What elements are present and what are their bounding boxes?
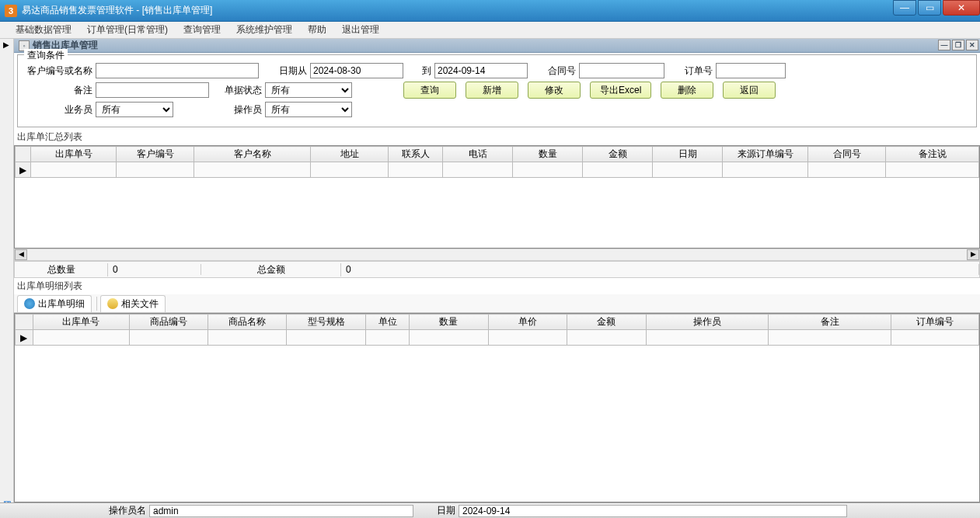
delete-button[interactable]: 删除 (661, 82, 713, 99)
total-qty-value: 0 (108, 264, 201, 275)
close-button[interactable]: ✕ (943, 0, 980, 16)
summary-grid[interactable]: 出库单号 客户编号 客户名称 地址 联系人 电话 数量 金额 日期 来源订单编号… (14, 145, 980, 249)
dcol-operator[interactable]: 操作员 (646, 315, 769, 330)
titlebar: 3 易达商品销售发票管理软件 - [销售出库单管理] — ▭ ✕ (0, 0, 980, 22)
col-amount[interactable]: 金额 (583, 147, 653, 162)
tab-separator (96, 297, 97, 311)
tab-outbound-detail[interactable]: 出库单明细 (17, 295, 92, 312)
menubar: 基础数据管理 订单管理(日常管理) 查询管理 系统维护管理 帮助 退出管理 (0, 22, 980, 39)
menu-system-maint[interactable]: 系统维护管理 (228, 22, 300, 38)
summary-grid-row[interactable]: ▶ (16, 162, 979, 178)
return-button[interactable]: 返回 (723, 82, 776, 99)
dcol-spec[interactable]: 型号规格 (287, 315, 365, 330)
query-fieldset: 查询条件 客户编号或名称 日期从 到 合同号 订单号 备注 单据状态 所有 查询 (17, 54, 977, 127)
main-area: ◦ 销售出库单管理 — ❐ ✕ 查询条件 客户编号或名称 日期从 到 合同号 订… (14, 39, 980, 502)
detail-grid-row[interactable]: ▶ (16, 330, 979, 346)
summary-grid-section: 出库单汇总列表 出库单号 客户编号 客户名称 地址 联系人 电话 数量 金额 日… (14, 129, 980, 261)
col-phone[interactable]: 电话 (443, 147, 513, 162)
col-contact[interactable]: 联系人 (389, 147, 443, 162)
detail-grid-section: 出库单明细列表 出库单明细 相关文件 出库单号 商品编号 (14, 278, 980, 502)
summary-rowhead (16, 147, 31, 162)
status-operator-value: admin (149, 505, 413, 517)
row-indicator-icon: ▶ (16, 162, 31, 178)
detail-row-indicator-icon: ▶ (16, 330, 33, 346)
salesman-select[interactable]: 所有 (96, 102, 173, 117)
file-icon (107, 298, 118, 309)
scroll-right-button[interactable]: ▶ (967, 249, 979, 260)
date-to-label: 到 (410, 64, 431, 78)
totals-row: 总数量 0 总金额 0 (14, 261, 980, 278)
operator-select[interactable]: 所有 (265, 102, 352, 117)
dcol-remark[interactable]: 备注 (769, 315, 891, 330)
dcol-product-no[interactable]: 商品编号 (129, 315, 208, 330)
query-legend: 查询条件 (24, 49, 68, 62)
workspace: ▶ 叫回操作 ◦ 销售出库单管理 — ❐ ✕ 查询条件 客户编号或名称 日期从 … (0, 39, 980, 502)
menu-basic-data[interactable]: 基础数据管理 (8, 22, 79, 38)
summary-grid-header-row: 出库单号 客户编号 客户名称 地址 联系人 电话 数量 金额 日期 来源订单编号… (16, 147, 979, 162)
status-label: 单据状态 (215, 84, 262, 97)
detail-rowhead (16, 315, 33, 330)
status-date-label: 日期 (437, 504, 455, 517)
globe-icon (24, 298, 35, 309)
date-from-input[interactable] (310, 63, 403, 78)
dcol-qty[interactable]: 数量 (410, 315, 488, 330)
operator-label: 操作员 (180, 103, 262, 116)
gutter-expand-icon[interactable]: ▶ (3, 40, 9, 49)
menu-query-mgmt[interactable]: 查询管理 (176, 22, 228, 38)
left-gutter: ▶ 叫回操作 (0, 39, 14, 502)
tab-outbound-detail-label: 出库单明细 (38, 297, 85, 311)
col-contract[interactable]: 合同号 (808, 147, 886, 162)
col-customer-no[interactable]: 客户编号 (117, 147, 194, 162)
col-outbound-no[interactable]: 出库单号 (31, 147, 117, 162)
export-excel-button[interactable]: 导出Excel (590, 82, 651, 99)
customer-input[interactable] (96, 63, 259, 78)
dcol-order-no[interactable]: 订单编号 (891, 315, 979, 330)
remark-label: 备注 (24, 84, 92, 97)
maximize-button[interactable]: ▭ (918, 0, 941, 16)
dcol-product-name[interactable]: 商品名称 (208, 315, 286, 330)
salesman-label: 业务员 (24, 103, 92, 116)
col-qty[interactable]: 数量 (513, 147, 583, 162)
remark-input[interactable] (96, 82, 209, 98)
scroll-left-button[interactable]: ◀ (15, 249, 27, 260)
detail-tabs: 出库单明细 相关文件 (14, 294, 980, 313)
col-source-order[interactable]: 来源订单编号 (723, 147, 808, 162)
col-date[interactable]: 日期 (653, 147, 723, 162)
order-input[interactable] (716, 63, 786, 78)
detail-grid[interactable]: 出库单号 商品编号 商品名称 型号规格 单位 数量 单价 金额 操作员 备注 订… (14, 313, 980, 502)
tab-related-files[interactable]: 相关文件 (100, 295, 166, 312)
customer-label: 客户编号或名称 (24, 64, 92, 78)
dcol-price[interactable]: 单价 (488, 315, 567, 330)
mdi-restore-button[interactable]: ❐ (952, 40, 964, 50)
col-remark[interactable]: 备注说 (886, 147, 979, 162)
dcol-amount[interactable]: 金额 (567, 315, 646, 330)
dcol-outbound-no[interactable]: 出库单号 (33, 315, 129, 330)
app-icon: 3 (5, 5, 17, 17)
status-date-value: 2024-09-14 (459, 505, 847, 517)
mdi-close-button[interactable]: ✕ (966, 40, 978, 50)
detail-grid-header-row: 出库单号 商品编号 商品名称 型号规格 单位 数量 单价 金额 操作员 备注 订… (16, 315, 979, 330)
date-from-label: 日期从 (267, 64, 307, 78)
query-button[interactable]: 查询 (403, 82, 456, 99)
col-address[interactable]: 地址 (311, 147, 389, 162)
menu-exit[interactable]: 退出管理 (334, 22, 387, 38)
mdi-minimize-button[interactable]: — (938, 40, 950, 50)
date-to-input[interactable] (434, 63, 528, 78)
statusbar: 操作员名 admin 日期 2024-09-14 (0, 502, 980, 518)
new-button[interactable]: 新增 (466, 82, 518, 99)
edit-button[interactable]: 修改 (528, 82, 581, 99)
menu-help[interactable]: 帮助 (300, 22, 334, 38)
menu-order-mgmt[interactable]: 订单管理(日常管理) (79, 22, 176, 38)
minimize-button[interactable]: — (893, 0, 916, 16)
mdi-controls: — ❐ ✕ (936, 40, 978, 50)
col-customer-name[interactable]: 客户名称 (194, 147, 311, 162)
subwindow-header: ◦ 销售出库单管理 — ❐ ✕ (14, 39, 980, 53)
total-qty-label: 总数量 (15, 263, 108, 276)
status-select[interactable]: 所有 (265, 82, 352, 98)
summary-hscrollbar[interactable]: ◀ ▶ (14, 249, 980, 261)
contract-input[interactable] (579, 63, 664, 78)
order-label: 订单号 (672, 64, 713, 78)
window-title: 易达商品销售发票管理软件 - [销售出库单管理] (22, 4, 212, 17)
dcol-unit[interactable]: 单位 (365, 315, 409, 330)
window-controls: — ▭ ✕ (891, 0, 980, 17)
